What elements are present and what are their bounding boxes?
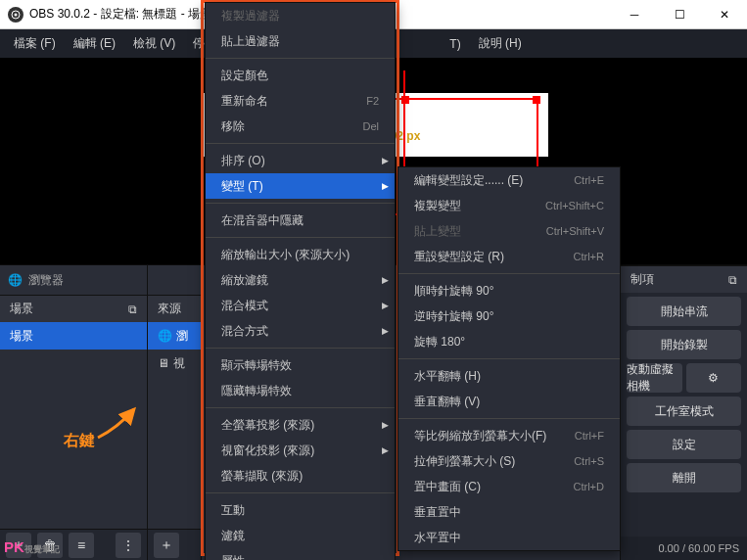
ctx-resize-output[interactable]: 縮放輸出大小 (來源大小) [206,242,395,267]
menu-view[interactable]: 檢視 (V) [125,31,183,56]
ctx-set-color[interactable]: 設定顏色 [206,63,395,88]
svg-point-1 [15,13,18,16]
menu-t[interactable]: T) [442,33,468,55]
sources-header [148,265,201,295]
close-button[interactable]: ✕ [702,0,747,29]
source-item-display[interactable]: 🖥 視 [148,350,201,377]
settings-button[interactable]: 設定 [627,430,741,459]
ctx-copy-transform[interactable]: 複製變型Ctrl+Shift+C [398,193,620,218]
add-source-button[interactable]: ＋ [154,533,179,558]
scene-item[interactable]: 場景 [0,322,147,350]
ctx-edit-transform[interactable]: 編輯變型設定...... (E)Ctrl+E [398,167,620,193]
ctx-fit-to-screen[interactable]: 等比例縮放到螢幕大小(F)Ctrl+F [398,423,620,448]
ctx-paste-transform: 貼上變型Ctrl+Shift+V [398,218,620,244]
scene-more-button[interactable]: ⋮ [116,533,141,558]
sources-dock: 來源 🌐 瀏 🖥 視 ＋ [147,264,201,560]
start-stream-button[interactable]: 開始串流 [627,297,741,326]
ctx-hide-transition[interactable]: 隱藏轉場特效 [206,378,395,403]
ctx-rotate-cw-90[interactable]: 順時針旋轉 90° [398,278,620,303]
annotation-right-click: 右鍵 [64,431,95,451]
ctx-transform[interactable]: 變型 (T)▶ [206,173,395,199]
virtual-cam-button[interactable]: 改動虛擬相機 [627,363,682,393]
status-bar: 0.00 / 60.00 FPS [621,537,747,560]
menu-file[interactable]: 檔案 (F) [6,31,64,56]
ctx-reset-transform[interactable]: 重設變型設定 (R)Ctrl+R [398,244,620,269]
ctx-rotate-180[interactable]: 旋轉 180° [398,329,620,354]
minimize-button[interactable]: ─ [612,0,657,29]
source-item-browser[interactable]: 🌐 瀏 [148,322,201,350]
scenes-tab[interactable]: 場景 ⧉ [0,295,147,322]
ctx-center-to-screen[interactable]: 置中畫面 (C)Ctrl+D [398,474,620,499]
app-logo-icon [8,7,23,23]
monitor-icon: 🖥 [158,356,169,370]
ctx-filters[interactable]: 濾鏡 [206,523,395,548]
virtual-cam-settings-button[interactable]: ⚙ [686,363,742,393]
ctx-blend-method[interactable]: 混合方式▶ [206,318,395,344]
ctx-properties[interactable]: 屬性 [206,548,395,560]
ctx-copy-filters: 複製過濾器 [206,3,395,28]
ctx-center-horizontal[interactable]: 水平置中 [398,525,620,550]
ctx-stretch-to-screen[interactable]: 拉伸到螢幕大小 (S)Ctrl+S [398,448,620,474]
ctx-paste-filters[interactable]: 貼上過濾器 [206,28,395,54]
start-record-button[interactable]: 開始錄製 [627,330,741,359]
globe-icon: 🌐 [158,329,172,343]
context-menu-source: 複製過濾器 貼上過濾器 設定顏色 重新命名F2 移除Del 排序 (O)▶ 變型… [205,2,396,560]
ctx-windowed-projector[interactable]: 視窗化投影 (來源)▶ [206,438,395,463]
controls-tab[interactable]: 制項 ⧉ [621,265,747,293]
ctx-show-transition[interactable]: 顯示轉場特效 [206,352,395,378]
browser-header: 🌐 瀏覽器 [0,265,147,295]
sources-tab[interactable]: 來源 [148,295,201,322]
fps-label: 0.00 / 60.00 FPS [658,542,739,554]
menu-edit[interactable]: 編輯 (E) [66,31,123,56]
ctx-blend-mode[interactable]: 混合模式▶ [206,293,395,318]
exit-button[interactable]: 離開 [627,463,741,492]
ctx-fullscreen-projector[interactable]: 全螢幕投影 (來源)▶ [206,412,395,438]
watermark-pk: PK視覺筆記 [4,538,60,556]
studio-mode-button[interactable]: 工作室模式 [627,397,741,426]
ctx-flip-vertical[interactable]: 垂直翻轉 (V) [398,389,620,414]
ctx-interact[interactable]: 互動 [206,497,395,523]
maximize-button[interactable]: ☐ [657,0,702,29]
menu-help[interactable]: 說明 (H) [471,31,530,56]
ctx-order[interactable]: 排序 (O)▶ [206,148,395,173]
globe-icon: 🌐 [8,273,23,287]
context-menu-transform: 編輯變型設定...... (E)Ctrl+E 複製變型Ctrl+Shift+C … [397,166,621,551]
popout-icon[interactable]: ⧉ [128,303,137,316]
popout-icon[interactable]: ⧉ [728,273,737,287]
ctx-rename[interactable]: 重新命名F2 [206,88,395,114]
controls-dock: 制項 ⧉ 開始串流 開始錄製 改動虛擬相機 ⚙ 工作室模式 設定 離開 0.00… [620,264,747,560]
ctx-remove[interactable]: 移除Del [206,114,395,139]
ctx-rotate-ccw-90[interactable]: 逆時針旋轉 90° [398,303,620,329]
ctx-center-vertical[interactable]: 垂直置中 [398,499,620,525]
ctx-scale-filter[interactable]: 縮放濾鏡▶ [206,267,395,293]
ctx-screenshot[interactable]: 螢幕擷取 (來源) [206,463,395,489]
scene-filters-button[interactable]: ≡ [69,533,94,558]
ctx-hide-in-mixer[interactable]: 在混音器中隱藏 [206,208,395,233]
ctx-flip-horizontal[interactable]: 水平翻轉 (H) [398,363,620,389]
